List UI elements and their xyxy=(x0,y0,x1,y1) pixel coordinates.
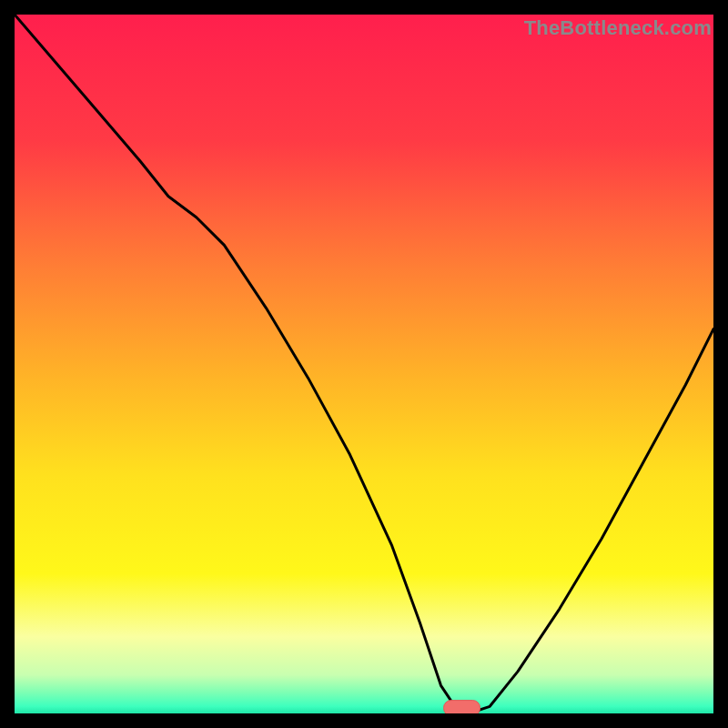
bottleneck-chart xyxy=(15,15,713,713)
gradient-background xyxy=(15,15,713,713)
optimal-marker xyxy=(444,701,480,713)
chart-frame: TheBottleneck.com xyxy=(15,15,713,713)
